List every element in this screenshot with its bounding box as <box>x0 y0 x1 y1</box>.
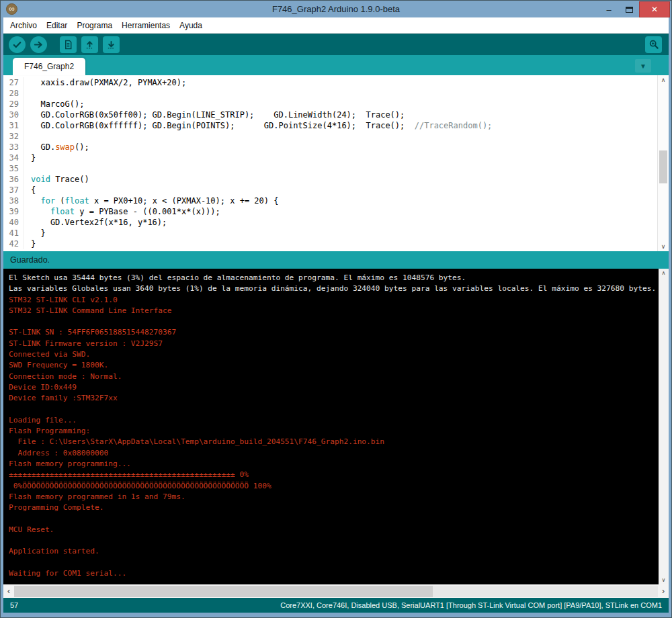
editor-scroll-track[interactable] <box>658 85 669 242</box>
editor-status-bar: Guardado. <box>3 251 669 269</box>
code-line: 28 <box>3 88 657 99</box>
scroll-up-arrow-icon[interactable]: ∧ <box>662 270 666 276</box>
line-number: 28 <box>3 88 24 99</box>
bottom-status-bar: 57 Core7XXI, Core746I, Disabled USB, Ser… <box>3 598 669 613</box>
menu-bar: ArchivoEditarProgramaHerramientasAyuda <box>3 17 669 34</box>
board-info-text: Core7XXI, Core746I, Disabled USB, Serial… <box>280 601 662 609</box>
line-number: 33 <box>3 142 24 152</box>
serial-monitor-button[interactable] <box>645 36 662 53</box>
menu-item-programa[interactable]: Programa <box>77 21 112 30</box>
horizontal-scroll-track[interactable] <box>14 586 658 597</box>
code-text: xaxis.draw(PXMAX/2, PYMAX+20); <box>24 77 186 88</box>
code-line: 39 float y = PYBase - ((0.001*x*(x))); <box>3 206 657 217</box>
scroll-left-arrow-icon[interactable]: ‹ <box>3 584 14 598</box>
line-number: 32 <box>3 131 24 142</box>
line-number: 29 <box>3 99 24 109</box>
console-line: 0%ÖÖÖÖÖÖÖÖÖÖÖÖÖÖÖÖÖÖÖÖÖÖÖÖÖÖÖÖÖÖÖÖÖÖÖÖÖÖ… <box>9 481 659 492</box>
scroll-up-arrow-icon[interactable]: ∧ <box>661 75 666 85</box>
close-button[interactable]: ✕ <box>639 1 670 17</box>
code-text: { <box>24 185 36 195</box>
editor-scroll-thumb[interactable] <box>659 150 667 183</box>
console-vertical-scrollbar[interactable]: ∧ ∨ <box>659 269 669 584</box>
code-line: 27 xaxis.draw(PXMAX/2, PYMAX+20); <box>3 77 657 88</box>
code-text <box>24 131 31 142</box>
scroll-right-arrow-icon[interactable]: › <box>658 584 669 598</box>
console-line: Las variables Globales usan 3640 bytes (… <box>9 283 659 294</box>
console-line <box>9 558 659 568</box>
new-sketch-button[interactable] <box>60 36 77 53</box>
tab-bar: F746_Graph2 ▼ <box>3 55 669 75</box>
output-console[interactable]: El Sketch usa 35444 bytes (3%) del espac… <box>3 269 669 584</box>
window-controls: – ✕ <box>599 1 670 17</box>
open-sketch-button[interactable] <box>81 36 98 53</box>
line-number: 27 <box>3 77 24 88</box>
menu-item-editar[interactable]: Editar <box>46 21 67 30</box>
upload-button[interactable] <box>30 36 47 53</box>
code-text: MarcoG(); <box>24 99 84 109</box>
scroll-down-arrow-icon[interactable]: ∨ <box>661 242 666 251</box>
code-text: GD.swap(); <box>24 142 89 152</box>
console-line <box>9 316 659 327</box>
tab-label: F746_Graph2 <box>24 62 74 71</box>
menu-item-ayuda[interactable]: Ayuda <box>179 21 202 30</box>
console-line: MCU Reset. <box>9 525 659 535</box>
console-line: File : C:\Users\StarX\AppData\Local\Temp… <box>9 437 659 447</box>
line-number: 30 <box>3 109 24 120</box>
console-line: Address : 0x08000000 <box>9 448 659 459</box>
console-line: STM32 ST-LINK Command Line Interface <box>9 306 659 316</box>
document-icon <box>63 40 73 50</box>
code-text: GD.Vertex2f(x*16, y*16); <box>24 217 167 228</box>
menu-item-herramientas[interactable]: Herramientas <box>122 21 170 30</box>
horizontal-scroll-thumb[interactable] <box>14 586 433 597</box>
console-line: Connection mode : Normal. <box>9 371 659 382</box>
tab-f746-graph2[interactable]: F746_Graph2 <box>13 58 85 75</box>
maximize-icon <box>626 7 633 13</box>
verify-button[interactable] <box>9 36 26 53</box>
console-line <box>9 404 659 415</box>
code-line: 40 GD.Vertex2f(x*16, y*16); <box>3 217 657 228</box>
console-line: Loading file... <box>9 415 659 426</box>
arrow-down-icon <box>106 40 116 50</box>
code-line: 37{ <box>3 185 657 195</box>
code-editor[interactable]: 27 xaxis.draw(PXMAX/2, PYMAX+20);2829 Ma… <box>3 75 669 251</box>
code-text <box>24 163 31 174</box>
line-number: 35 <box>3 163 24 174</box>
console-text: El Sketch usa 35444 bytes (3%) del espac… <box>3 269 659 584</box>
chevron-down-icon: ▼ <box>640 62 646 70</box>
minimize-button[interactable]: – <box>599 5 619 15</box>
line-number: 36 <box>3 174 24 185</box>
console-line: ST-LINK Firmware version : V2J29S7 <box>9 339 659 349</box>
code-line: 42} <box>3 238 657 249</box>
toolbar <box>3 34 669 55</box>
code-text: } <box>24 228 46 238</box>
code-text: } <box>24 152 36 163</box>
menu-item-archivo[interactable]: Archivo <box>10 21 37 30</box>
code-line: 29 MarcoG(); <box>3 99 657 109</box>
magnifier-icon <box>648 39 659 50</box>
code-line: 36void Trace() <box>3 174 657 185</box>
line-number: 40 <box>3 217 24 228</box>
code-text: for (float x = PX0+10; x < (PXMAX-10); x… <box>24 195 278 206</box>
arrow-up-icon <box>85 40 95 50</box>
console-line <box>9 535 659 546</box>
editor-vertical-scrollbar[interactable]: ∧ ∨ <box>657 75 669 251</box>
console-line: Device family :STM32F7xx <box>9 393 659 404</box>
scroll-down-arrow-icon[interactable]: ∨ <box>662 577 666 583</box>
horizontal-scrollbar[interactable]: ‹ › <box>3 584 669 598</box>
window-title: F746_Graph2 Arduino 1.9.0-beta <box>0 4 672 14</box>
line-number: 37 <box>3 185 24 195</box>
save-sketch-button[interactable] <box>103 36 120 53</box>
console-line: Flash memory programming... <box>9 459 659 470</box>
code-text: } <box>24 238 36 249</box>
code-line: 38 for (float x = PX0+10; x < (PXMAX-10)… <box>3 195 657 206</box>
line-number: 42 <box>3 238 24 249</box>
console-line: El Sketch usa 35444 bytes (3%) del espac… <box>9 273 659 283</box>
console-line: Application started. <box>9 546 659 557</box>
console-line: Flash memory programmed in 1s and 79ms. <box>9 492 659 502</box>
sketch-tabs-dropdown-button[interactable]: ▼ <box>635 59 651 73</box>
code-area[interactable]: 27 xaxis.draw(PXMAX/2, PYMAX+20);2829 Ma… <box>3 75 657 251</box>
console-line: Flash Programming: <box>9 426 659 437</box>
console-line: Device ID:0x449 <box>9 382 659 393</box>
check-icon <box>12 40 22 50</box>
maximize-button[interactable] <box>619 7 639 13</box>
